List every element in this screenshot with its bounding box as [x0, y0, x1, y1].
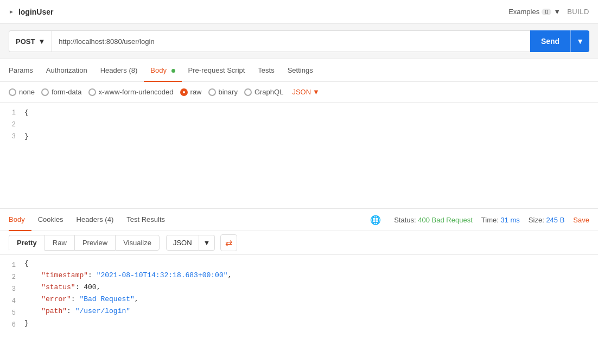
body-active-dot — [171, 69, 175, 73]
response-line-4: 4 "error": "Bad Request", — [0, 295, 598, 307]
method-select[interactable]: POST ▼ — [9, 30, 52, 52]
code-line-3: 3 } — [0, 131, 598, 143]
status-label: Status: 400 Bad Request — [394, 216, 473, 224]
response-tab-cookies[interactable]: Cookies — [31, 209, 70, 231]
view-tab-visualize[interactable]: Visualize — [115, 235, 160, 251]
examples-label: Examples — [508, 8, 539, 16]
method-label: POST — [16, 37, 35, 46]
tab-tests[interactable]: Tests — [251, 60, 281, 82]
send-arrow-icon[interactable]: ▼ — [571, 37, 589, 46]
tab-headers[interactable]: Headers (8) — [94, 60, 144, 82]
code-line-2: 2 — [0, 119, 598, 131]
response-line-1: 1 { — [0, 259, 598, 271]
tab-settings[interactable]: Settings — [281, 60, 320, 82]
save-button[interactable]: Save — [573, 216, 589, 224]
radio-form-data — [41, 88, 49, 96]
response-tabs-left: Body Cookies Headers (4) Test Results — [9, 209, 171, 231]
tab-authorization[interactable]: Authorization — [40, 60, 94, 82]
request-body-editor[interactable]: 1 { 2 3 } — [0, 103, 598, 208]
time-label: Time: 31 ms — [481, 216, 520, 224]
view-tab-preview[interactable]: Preview — [74, 235, 115, 251]
response-tab-test-results[interactable]: Test Results — [120, 209, 171, 231]
url-bar: POST ▼ Send ▼ — [0, 24, 598, 59]
radio-graphql — [244, 88, 252, 96]
body-type-raw[interactable]: raw — [180, 88, 202, 96]
method-dropdown-icon: ▼ — [38, 37, 45, 46]
examples-dropdown-icon: ▼ — [554, 8, 561, 16]
expand-icon: ► — [9, 9, 14, 15]
response-tab-body[interactable]: Body — [9, 209, 31, 231]
radio-binary — [208, 88, 216, 96]
radio-urlencoded-label: x-www-form-urlencoded — [99, 88, 174, 96]
size-label: Size: 245 B — [529, 216, 565, 224]
tab-body[interactable]: Body — [144, 60, 181, 82]
tab-prerequest[interactable]: Pre-request Script — [182, 60, 252, 82]
body-type-bar: none form-data x-www-form-urlencoded raw… — [0, 82, 598, 103]
format-dropdown-icon: ▼ — [313, 88, 320, 96]
response-body: 1 { 2 "timestamp": "2021-08-10T14:32:18.… — [0, 255, 598, 364]
response-view-tabs: Pretty Raw Preview Visualize JSON ▼ ⇄ — [0, 231, 598, 255]
top-bar: ► loginUser Examples 0 ▼ BUILD — [0, 0, 598, 24]
response-line-5: 5 "path": "/user/login" — [0, 307, 598, 319]
view-tab-raw[interactable]: Raw — [44, 235, 74, 251]
wrap-button[interactable]: ⇄ — [220, 234, 237, 251]
size-value: 245 B — [546, 216, 564, 224]
send-label: Send — [530, 37, 570, 46]
body-type-none[interactable]: none — [9, 88, 35, 96]
radio-form-data-label: form-data — [52, 88, 82, 96]
body-type-form-data[interactable]: form-data — [41, 88, 82, 96]
radio-none — [9, 88, 16, 96]
response-format-select[interactable]: JSON — [166, 235, 199, 251]
format-dropdown-label: JSON — [292, 88, 311, 96]
endpoint-title: loginUser — [18, 8, 54, 16]
send-button[interactable]: Send ▼ — [530, 30, 589, 52]
examples-count: 0 — [542, 9, 551, 15]
build-button[interactable]: BUILD — [567, 8, 589, 16]
examples-button[interactable]: Examples 0 ▼ — [508, 8, 561, 16]
tab-params[interactable]: Params — [9, 60, 40, 82]
response-line-6: 6 } — [0, 319, 598, 331]
response-format-arrow[interactable]: ▼ — [199, 235, 215, 251]
response-tab-headers[interactable]: Headers (4) — [70, 209, 120, 231]
radio-binary-label: binary — [219, 88, 238, 96]
view-tab-pretty[interactable]: Pretty — [9, 235, 44, 251]
response-line-2: 2 "timestamp": "2021-08-10T14:32:18.683+… — [0, 271, 598, 283]
response-tabs: Body Cookies Headers (4) Test Results 🌐 … — [0, 208, 598, 231]
request-tabs: Params Authorization Headers (8) Body Pr… — [0, 59, 598, 82]
body-type-binary[interactable]: binary — [208, 88, 238, 96]
response-line-3: 3 "status": 400, — [0, 283, 598, 295]
radio-graphql-label: GraphQL — [255, 88, 283, 96]
url-input[interactable] — [52, 30, 530, 52]
body-type-urlencoded[interactable]: x-www-form-urlencoded — [88, 88, 174, 96]
globe-icon: 🌐 — [370, 215, 381, 225]
radio-none-label: none — [19, 88, 35, 96]
radio-urlencoded — [88, 88, 96, 96]
top-bar-left: ► loginUser — [9, 8, 53, 16]
response-format-label: JSON — [173, 239, 192, 247]
response-format-selector: JSON ▼ — [166, 235, 215, 251]
radio-raw-label: raw — [190, 88, 202, 96]
radio-raw — [180, 88, 188, 96]
format-dropdown[interactable]: JSON ▼ — [292, 88, 320, 96]
time-value: 31 ms — [500, 216, 519, 224]
top-bar-right: Examples 0 ▼ BUILD — [508, 8, 589, 16]
code-line-1: 1 { — [0, 107, 598, 119]
status-value: 400 Bad Request — [418, 216, 472, 224]
body-type-graphql[interactable]: GraphQL — [244, 88, 283, 96]
response-tabs-right: 🌐 Status: 400 Bad Request Time: 31 ms Si… — [370, 215, 589, 225]
app-container: ► loginUser Examples 0 ▼ BUILD POST ▼ Se… — [0, 0, 598, 364]
